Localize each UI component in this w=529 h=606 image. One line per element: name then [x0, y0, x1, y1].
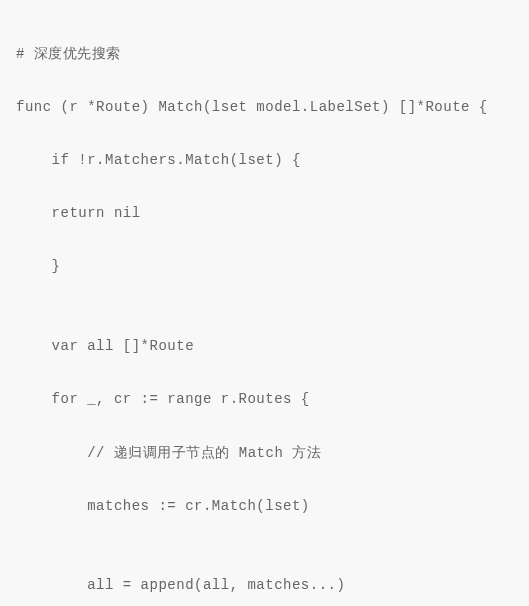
- code-line: # 深度优先搜索: [16, 41, 513, 68]
- code-line: for _, cr := range r.Routes {: [16, 386, 513, 413]
- code-line: // 递归调用子节点的 Match 方法: [16, 440, 513, 467]
- code-line: var all []*Route: [16, 333, 513, 360]
- code-line: }: [16, 253, 513, 280]
- code-line: if !r.Matchers.Match(lset) {: [16, 147, 513, 174]
- code-line: return nil: [16, 200, 513, 227]
- code-line: all = append(all, matches...): [16, 572, 513, 599]
- code-block: # 深度优先搜索 func (r *Route) Match(lset mode…: [16, 14, 513, 606]
- code-line: matches := cr.Match(lset): [16, 493, 513, 520]
- code-line: func (r *Route) Match(lset model.LabelSe…: [16, 94, 513, 121]
